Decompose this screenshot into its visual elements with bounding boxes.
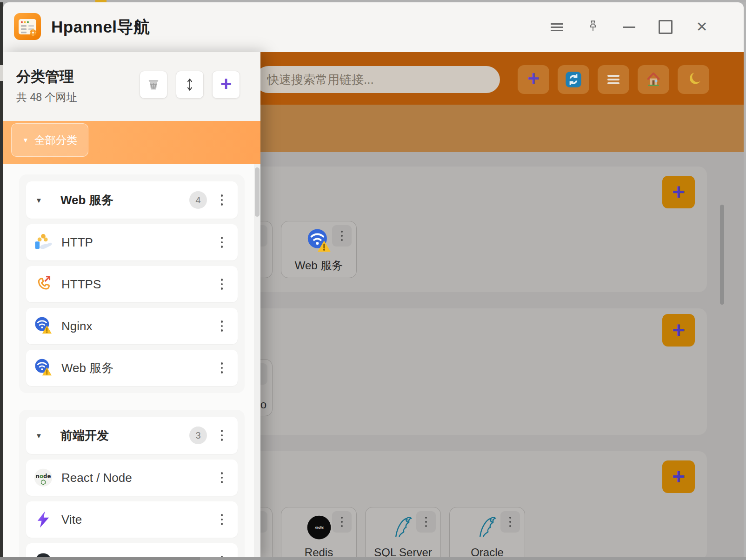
category-item-label: Web 服务 (61, 360, 113, 376)
maximize-button[interactable] (655, 17, 676, 37)
screen: Hpannel导航 ✕ + (0, 0, 746, 560)
link-tile-label: Web 服务 (281, 258, 356, 273)
caret-down-icon: ▼ (22, 136, 29, 144)
panel-scrollbar[interactable] (255, 167, 260, 217)
add-tile-button[interactable]: + (662, 176, 695, 208)
filter-band: ▼ 全部分类 (3, 121, 260, 164)
category-item-label: HTTPS (61, 277, 101, 292)
node-icon: node (33, 468, 53, 487)
trash-icon (145, 76, 162, 93)
kebab-menu-icon[interactable] (217, 514, 226, 525)
link-tile[interactable]: redis Redis (281, 507, 357, 560)
kebab-menu-icon[interactable] (416, 511, 436, 533)
wifi-warning-icon (33, 316, 53, 336)
link-tile[interactable]: SQL Server (365, 507, 441, 560)
mysql-dolphin-icon (474, 514, 501, 541)
theme-toggle-button[interactable] (678, 65, 709, 94)
menu-lines-icon (607, 73, 619, 86)
coins-hand-icon (33, 233, 53, 252)
panel-toolbar: + (140, 71, 240, 99)
pin-window-button[interactable] (583, 17, 603, 37)
panel-title: 分类管理 (16, 67, 74, 87)
moon-icon (685, 71, 702, 88)
wifi-warning-icon (33, 358, 53, 378)
home-icon (645, 71, 662, 88)
kebab-menu-icon[interactable] (332, 225, 352, 247)
reorder-button[interactable] (176, 71, 204, 99)
add-tile-button[interactable]: + (662, 314, 695, 347)
panel-scrollbar-track (254, 164, 260, 560)
desktop-edge-left (0, 2, 3, 560)
category-item-label: React / Node (61, 471, 132, 485)
caret-down-icon: ▼ (35, 432, 54, 440)
category-item[interactable]: HTTP (26, 224, 238, 260)
kebab-menu-icon[interactable] (217, 472, 226, 483)
add-link-button[interactable]: + (518, 65, 549, 94)
link-tile[interactable]: Web 服务 (281, 221, 357, 278)
filter-label: 全部分类 (34, 133, 77, 147)
plus-icon: + (220, 74, 232, 93)
delete-category-button[interactable] (140, 71, 167, 99)
redis-icon: redis (306, 514, 333, 541)
home-button[interactable] (638, 65, 669, 94)
kebab-menu-icon[interactable] (217, 194, 226, 206)
panel-subtitle: 共 48 个网址 (16, 90, 77, 105)
category-item[interactable]: Web 服务 (26, 350, 238, 386)
category-item[interactable]: Vite (26, 501, 238, 538)
mysql-dolphin-icon (390, 514, 417, 541)
kebab-menu-icon[interactable] (332, 511, 352, 533)
category-item-label: Nginx (61, 319, 92, 333)
add-category-button[interactable]: + (212, 71, 240, 99)
window-controls: ✕ (546, 17, 712, 37)
link-tile[interactable]: Oracle (449, 507, 525, 560)
kebab-menu-icon[interactable] (217, 320, 226, 332)
plus-icon: + (527, 68, 540, 89)
tile-row: Web 服务 (187, 221, 707, 278)
caret-down-icon: ▼ (35, 196, 54, 204)
category-group: ▼ Web 服务 4 HTTP HTTPS Nginx Web 服务 (19, 174, 245, 393)
category-group-name: Web 服务 (60, 192, 113, 208)
category-panel: 分类管理 共 48 个网址 + (3, 52, 260, 560)
category-item[interactable]: node React / Node (26, 460, 238, 496)
minimize-button[interactable] (619, 17, 639, 37)
category-group: ▼ 前端开发 3 node React / Node Vite (19, 410, 245, 560)
phone-arrow-icon (33, 274, 53, 294)
tile-row: redis Redis SQL Server Oracle (187, 507, 707, 560)
svg-text:redis: redis (314, 526, 324, 530)
minimize-icon (623, 27, 635, 28)
main-toolbar: + (518, 65, 709, 94)
category-item[interactable]: Nginx (26, 308, 238, 344)
add-tile-button[interactable]: + (662, 460, 695, 493)
kebab-menu-icon[interactable] (500, 511, 520, 533)
pin-icon (585, 19, 601, 35)
category-item[interactable]: HTTPS (26, 266, 238, 302)
vite-icon (33, 510, 53, 529)
kebab-menu-icon[interactable] (217, 430, 226, 441)
search-input[interactable] (255, 66, 500, 93)
category-count-badge: 3 (189, 427, 207, 444)
kebab-menu-icon[interactable] (217, 362, 226, 373)
window-title: Hpannel导航 (51, 16, 150, 38)
category-item-label: Vite (61, 513, 82, 527)
tile-row: o (187, 359, 707, 416)
wifi-warning-icon (306, 228, 333, 255)
link-section: + Web 服务 (187, 167, 707, 292)
category-group-name: 前端开发 (60, 427, 109, 444)
menu-icon (551, 21, 563, 33)
kebab-menu-icon[interactable] (217, 237, 226, 248)
category-group-header[interactable]: ▼ Web 服务 4 (26, 181, 238, 219)
category-list: ▼ Web 服务 4 HTTP HTTPS Nginx Web 服务 ▼ 前端开… (3, 164, 260, 560)
category-group-header[interactable]: ▼ 前端开发 3 (26, 417, 238, 454)
close-button[interactable]: ✕ (692, 17, 712, 37)
desktop-edge-bottom-dark (0, 557, 200, 560)
menu-list-button[interactable] (598, 65, 629, 94)
refresh-icon (565, 71, 582, 88)
svg-text:node: node (36, 473, 51, 480)
all-categories-button[interactable]: ▼ 全部分类 (11, 123, 88, 157)
window-menu-button[interactable] (546, 17, 567, 37)
close-icon: ✕ (696, 20, 707, 34)
link-section: + o (187, 308, 707, 435)
kebab-menu-icon[interactable] (217, 279, 226, 290)
main-scrollbar[interactable] (720, 205, 724, 305)
refresh-button[interactable] (558, 65, 589, 94)
